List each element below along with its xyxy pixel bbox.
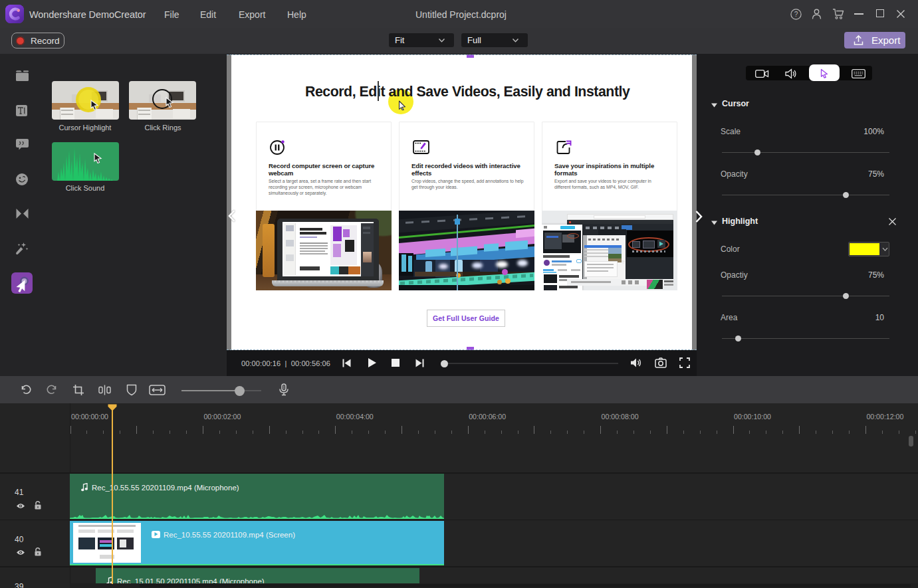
svg-text:?: ? [794, 11, 798, 18]
